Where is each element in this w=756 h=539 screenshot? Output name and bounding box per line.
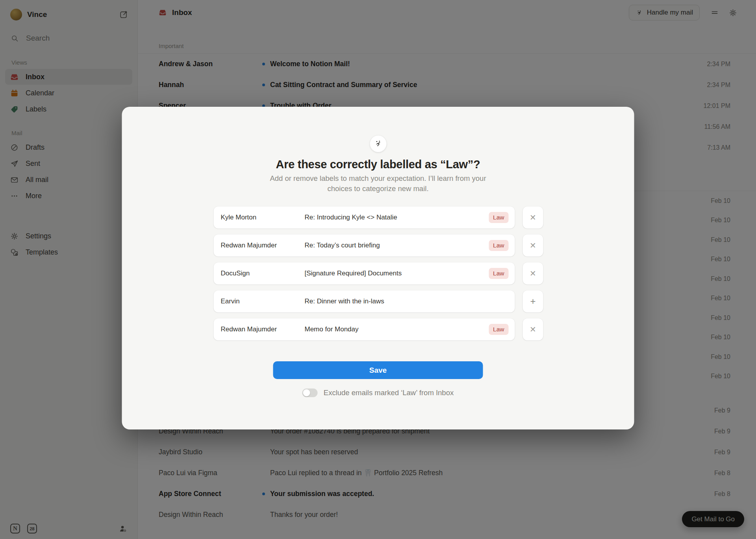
exclude-toggle-row: Exclude emails marked ‘Law’ from Inbox (122, 388, 634, 397)
label-pill[interactable]: Law (489, 324, 508, 335)
modal-email-row: Earvin Re: Dinner with the in-laws + (214, 290, 543, 312)
close-icon: ✕ (530, 241, 536, 250)
modal-email-sender: Redwan Majumder (221, 242, 305, 249)
modal-email-row: Redwan Majumder Re: Today’s court briefi… (214, 234, 543, 256)
remove-label-button[interactable]: ✕ (523, 206, 543, 229)
modal-email-card: Redwan Majumder Re: Today’s court briefi… (214, 234, 515, 256)
modal-email-subject: Re: Introducing Kyle <> Natalie (305, 214, 489, 221)
label-pill[interactable]: Law (489, 268, 508, 279)
exclude-toggle-label: Exclude emails marked ‘Law’ from Inbox (324, 388, 454, 397)
modal-email-card: DocuSign [Signature Required] Documents … (214, 262, 515, 284)
modal-title: Are these correctly labelled as “Law”? (122, 158, 634, 171)
modal-email-sender: Redwan Majumder (221, 325, 305, 333)
remove-label-button[interactable]: ✕ (523, 234, 543, 256)
close-icon: ✕ (530, 213, 536, 222)
modal-email-card: Redwan Majumder Memo for Monday Law (214, 318, 515, 340)
modal-email-row: Redwan Majumder Memo for Monday Law ✕ (214, 318, 543, 340)
save-button[interactable]: Save (273, 361, 483, 379)
modal-email-card: Earvin Re: Dinner with the in-laws (214, 290, 515, 312)
ai-squiggle-icon (370, 136, 386, 152)
add-label-button[interactable]: + (523, 290, 543, 312)
remove-label-button[interactable]: ✕ (523, 262, 543, 284)
modal-email-subject: [Signature Required] Documents (305, 270, 489, 277)
modal-email-sender: DocuSign (221, 270, 305, 277)
exclude-toggle[interactable] (302, 388, 318, 397)
modal-email-sender: Earvin (221, 297, 305, 305)
modal-email-sender: Kyle Morton (221, 214, 305, 221)
modal-email-rows: Kyle Morton Re: Introducing Kyle <> Nata… (214, 206, 543, 346)
modal-email-card: Kyle Morton Re: Introducing Kyle <> Nata… (214, 206, 515, 229)
label-confirmation-modal: Are these correctly labelled as “Law”? A… (122, 107, 634, 429)
label-pill[interactable]: Law (489, 240, 508, 251)
label-pill[interactable]: Law (489, 212, 508, 223)
plus-icon: + (530, 296, 536, 307)
modal-subtitle: Add or remove labels to match your expec… (264, 173, 492, 194)
modal-email-subject: Re: Dinner with the in-laws (305, 297, 509, 305)
modal-email-row: Kyle Morton Re: Introducing Kyle <> Nata… (214, 206, 543, 229)
remove-label-button[interactable]: ✕ (523, 318, 543, 340)
modal-email-subject: Re: Today’s court briefing (305, 242, 489, 249)
toggle-knob (303, 389, 310, 396)
modal-email-subject: Memo for Monday (305, 325, 489, 333)
notion-mail-app: Vince Search Views (0, 0, 756, 539)
close-icon: ✕ (530, 325, 536, 334)
close-icon: ✕ (530, 269, 536, 278)
modal-email-row: DocuSign [Signature Required] Documents … (214, 262, 543, 284)
